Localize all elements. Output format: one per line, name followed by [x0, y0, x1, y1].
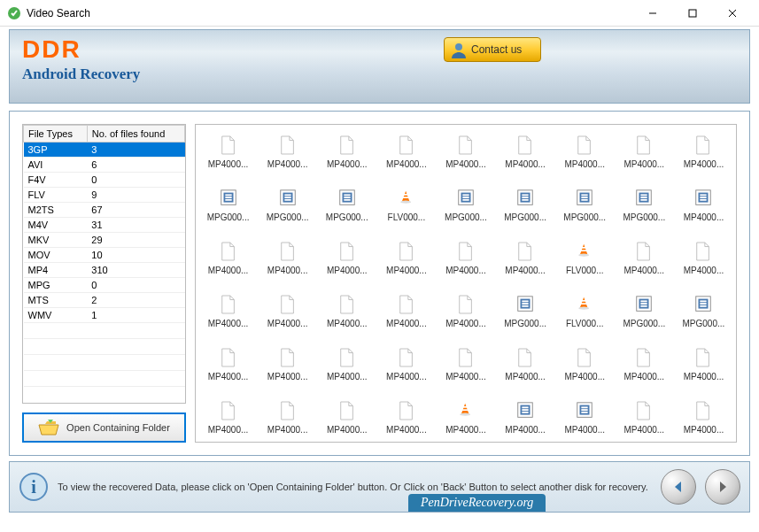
- file-item[interactable]: FLV000...: [377, 187, 435, 222]
- file-blank-icon: [279, 241, 297, 262]
- table-row[interactable]: MOV10: [24, 248, 185, 263]
- back-arrow-icon: [670, 479, 686, 495]
- file-item[interactable]: MP4000...: [377, 134, 435, 169]
- file-item[interactable]: MP4000...: [556, 134, 614, 169]
- file-item[interactable]: MP4000...: [259, 134, 316, 169]
- file-item[interactable]: MP4000...: [199, 293, 257, 328]
- file-item[interactable]: MPG000...: [199, 187, 257, 222]
- table-row[interactable]: FLV9: [24, 188, 185, 203]
- file-item[interactable]: MP4000...: [318, 293, 376, 328]
- close-button[interactable]: [712, 0, 752, 26]
- table-row[interactable]: MTS2: [24, 293, 185, 308]
- file-item[interactable]: MPG000...: [437, 187, 494, 222]
- file-item[interactable]: MP4000...: [377, 346, 435, 382]
- watermark-link[interactable]: PenDriveRecovery.org: [408, 494, 546, 512]
- file-item[interactable]: MP4000...: [675, 187, 732, 222]
- file-item[interactable]: MP4000...: [616, 346, 673, 382]
- person-icon: [450, 41, 468, 58]
- file-item[interactable]: MP4000...: [437, 134, 494, 169]
- file-blank-icon: [338, 400, 356, 421]
- table-row[interactable]: F4V0: [24, 173, 185, 188]
- col-count[interactable]: No. of files found: [87, 126, 184, 143]
- footer-bar: i To view the recovered Data, please cli…: [9, 461, 750, 513]
- file-item[interactable]: FLV000...: [556, 293, 614, 328]
- file-item[interactable]: MP4000...: [318, 134, 376, 169]
- file-item[interactable]: MPG000...: [675, 293, 732, 328]
- table-row[interactable]: M2TS67: [24, 203, 185, 218]
- file-item[interactable]: MP4000...: [377, 240, 435, 275]
- file-types-table[interactable]: File Types No. of files found 3GP3AVI6F4…: [22, 124, 186, 404]
- table-row[interactable]: MP4310: [24, 263, 185, 278]
- file-mpg-icon: [575, 401, 594, 420]
- file-item[interactable]: MP4000...: [497, 399, 554, 435]
- file-item[interactable]: MP4000...: [377, 293, 435, 328]
- file-item[interactable]: MP4000...: [318, 346, 376, 382]
- file-item[interactable]: MP4000...: [556, 399, 614, 435]
- file-blank-icon: [694, 347, 712, 368]
- file-item[interactable]: MP4000...: [497, 134, 554, 169]
- forward-arrow-icon: [715, 479, 731, 495]
- file-item[interactable]: MP4000...: [259, 399, 316, 435]
- file-blank-icon: [694, 400, 712, 421]
- back-button[interactable]: [661, 469, 696, 505]
- file-item[interactable]: MP4000...: [616, 240, 673, 275]
- file-mpg-icon: [515, 295, 535, 314]
- file-item[interactable]: MP4000...: [377, 399, 435, 435]
- next-button[interactable]: [705, 469, 740, 505]
- file-item[interactable]: MP4000...: [556, 346, 614, 382]
- file-mpg-icon: [575, 189, 594, 208]
- open-containing-folder-button[interactable]: Open Containing Folder: [22, 412, 186, 443]
- file-item[interactable]: MPG000...: [616, 293, 673, 328]
- file-item[interactable]: MP4000...: [675, 240, 732, 275]
- file-item[interactable]: MPG000...: [259, 187, 316, 222]
- file-item[interactable]: MP4000...: [675, 399, 732, 435]
- file-vlc-icon: [576, 296, 593, 313]
- file-item[interactable]: MP4000...: [616, 134, 673, 169]
- file-item[interactable]: MP4000...: [259, 293, 316, 328]
- file-item[interactable]: MP4000...: [675, 346, 732, 382]
- table-row[interactable]: 3GP3: [24, 143, 185, 158]
- maximize-button[interactable]: [672, 0, 712, 26]
- footer-message: To view the recovered Data, please click…: [58, 481, 652, 493]
- file-item[interactable]: MP4000...: [199, 240, 257, 275]
- file-item[interactable]: MPG000...: [318, 187, 376, 222]
- file-blank-icon: [576, 135, 593, 156]
- file-item[interactable]: MP4000...: [616, 399, 673, 435]
- file-item[interactable]: MP4000...: [437, 399, 494, 435]
- file-item[interactable]: MP4000...: [318, 399, 376, 435]
- file-item[interactable]: MP4000...: [199, 399, 257, 435]
- table-row[interactable]: MPG0: [24, 278, 185, 293]
- col-file-types[interactable]: File Types: [24, 126, 88, 143]
- contact-us-button[interactable]: Contact us: [444, 37, 541, 62]
- file-item[interactable]: MPG000...: [497, 187, 554, 222]
- open-folder-label: Open Containing Folder: [66, 422, 170, 433]
- table-row[interactable]: WMV1: [24, 308, 185, 323]
- file-blank-icon: [635, 135, 653, 156]
- table-row[interactable]: MKV29: [24, 233, 185, 248]
- file-item[interactable]: MP4000...: [437, 346, 494, 382]
- file-item[interactable]: MP4000...: [199, 134, 257, 169]
- file-item[interactable]: MP4000...: [497, 240, 554, 275]
- file-item[interactable]: MPG000...: [497, 293, 554, 328]
- file-item[interactable]: MP4000...: [318, 240, 376, 275]
- file-blank-icon: [457, 241, 475, 262]
- file-grid[interactable]: MP4000...MP4000...MP4000...MP4000...MP40…: [196, 125, 736, 442]
- file-blank-icon: [457, 294, 475, 315]
- file-item[interactable]: FLV000...: [556, 240, 614, 275]
- folder-open-icon: [38, 419, 59, 436]
- file-item[interactable]: MP4000...: [437, 240, 494, 275]
- table-row[interactable]: AVI6: [24, 158, 185, 173]
- file-blank-icon: [338, 347, 356, 368]
- file-item[interactable]: MP4000...: [497, 346, 554, 382]
- file-item[interactable]: MP4000...: [675, 134, 732, 169]
- file-item[interactable]: MP4000...: [259, 346, 316, 382]
- table-row[interactable]: M4V31: [24, 218, 185, 233]
- file-mpg-icon: [219, 189, 238, 208]
- file-blank-icon: [220, 347, 237, 368]
- file-item[interactable]: MPG000...: [556, 187, 614, 222]
- file-item[interactable]: MP4000...: [259, 240, 316, 275]
- minimize-button[interactable]: [632, 0, 672, 26]
- file-item[interactable]: MPG000...: [616, 187, 673, 222]
- file-item[interactable]: MP4000...: [437, 293, 494, 328]
- file-item[interactable]: MP4000...: [199, 346, 257, 382]
